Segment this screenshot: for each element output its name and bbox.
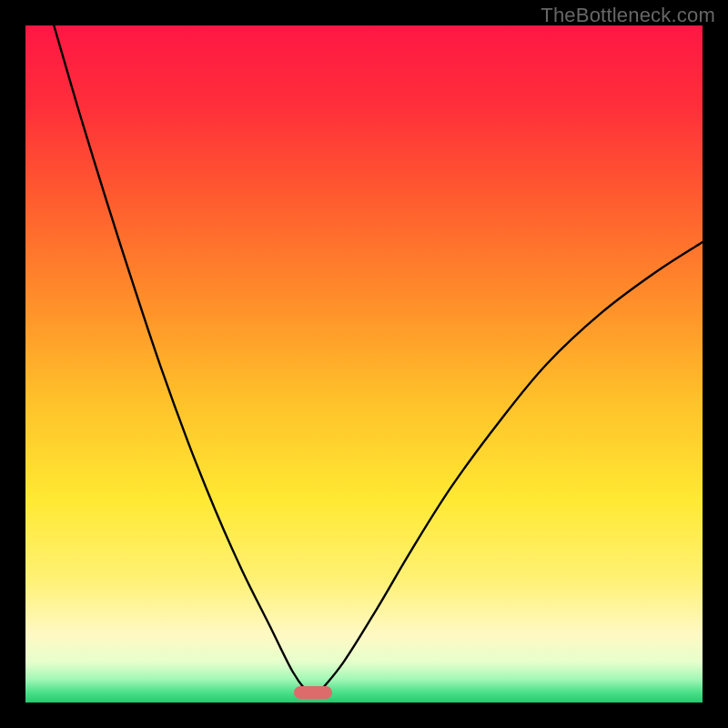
plot-svg: [25, 25, 703, 703]
optimum-marker: [294, 686, 332, 699]
gradient-background: [25, 25, 703, 703]
watermark-text: TheBottleneck.com: [541, 4, 715, 27]
plot-area: [25, 25, 703, 703]
outer-frame: TheBottleneck.com: [0, 0, 728, 728]
